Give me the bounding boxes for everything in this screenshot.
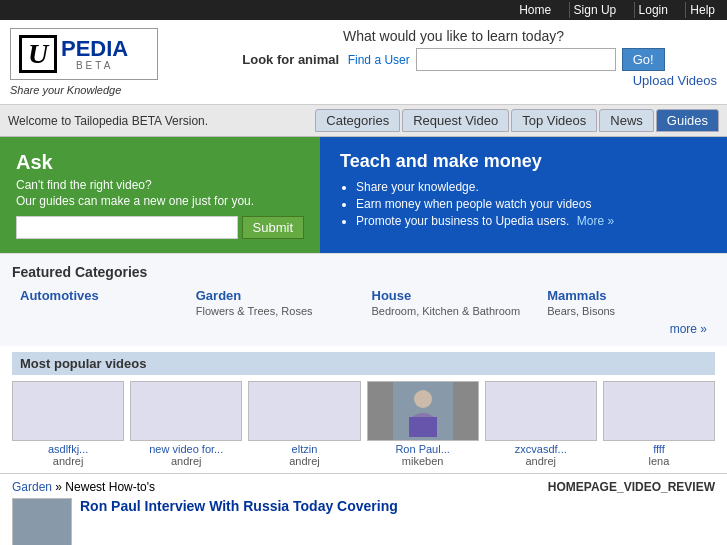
featured-title: Featured Categories bbox=[12, 264, 715, 280]
nav-bar: Welcome to Tailopedia BETA Version. Cate… bbox=[0, 105, 727, 137]
bottom-breadcrumb: Garden » Newest How-to's bbox=[12, 480, 515, 494]
category-house-sub: Bedroom, Kitchen & Bathroom bbox=[372, 305, 532, 317]
video-thumb-4[interactable] bbox=[485, 381, 597, 441]
top-bar: Home Sign Up Login Help bbox=[0, 0, 727, 20]
upload-videos-link[interactable]: Upload Videos bbox=[190, 73, 717, 88]
video-author-4: andrej bbox=[485, 455, 597, 467]
signup-link[interactable]: Sign Up bbox=[569, 2, 621, 18]
featured-more-link[interactable]: more » bbox=[670, 322, 707, 336]
logo-area: U PEDIA BETA Share your Knowledge bbox=[10, 28, 170, 96]
search-go-button[interactable]: Go! bbox=[622, 48, 665, 71]
video-author-3: mikeben bbox=[367, 455, 479, 467]
ask-subtitle: Can't find the right video? bbox=[16, 178, 304, 192]
video-author-0: andrej bbox=[12, 455, 124, 467]
help-link[interactable]: Help bbox=[685, 2, 719, 18]
popular-section: Most popular videos asdlfkj... andrej ne… bbox=[0, 346, 727, 473]
banner-section: Ask Can't find the right video? Our guid… bbox=[0, 137, 727, 253]
video-thumb-1[interactable] bbox=[130, 381, 242, 441]
header-right: What would you like to learn today? Look… bbox=[170, 28, 717, 88]
teach-point-1: Share your knowledge. bbox=[356, 180, 707, 194]
teach-title: Teach and make money bbox=[340, 151, 707, 172]
category-house: House Bedroom, Kitchen & Bathroom bbox=[364, 288, 540, 317]
login-link[interactable]: Login bbox=[634, 2, 672, 18]
more-link-row: more » bbox=[12, 317, 715, 340]
teach-point-2: Earn money when people watch your videos bbox=[356, 197, 707, 211]
breadcrumb-garden-link[interactable]: Garden bbox=[12, 480, 52, 494]
video-item-1: new video for... andrej bbox=[130, 381, 242, 467]
tab-guides[interactable]: Guides bbox=[656, 109, 719, 132]
bottom-strip: Garden » Newest How-to's Ron Paul Interv… bbox=[0, 473, 727, 545]
bottom-right: HOMEPAGE_VIDEO_REVIEW bbox=[515, 480, 715, 494]
video-title-3[interactable]: Ron Paul... bbox=[367, 443, 479, 455]
search-label-text: Look for animal bbox=[242, 52, 339, 67]
ask-input[interactable] bbox=[16, 216, 238, 239]
ron-paul-thumb-svg bbox=[393, 381, 453, 441]
video-title-4[interactable]: zxcvasdf... bbox=[485, 443, 597, 455]
category-mammals-link[interactable]: Mammals bbox=[547, 288, 606, 303]
logo-beta: BETA bbox=[61, 60, 128, 71]
categories-row: Automotives Garden Flowers & Trees, Rose… bbox=[12, 288, 715, 317]
video-author-5: lena bbox=[603, 455, 715, 467]
logo-text: PEDIA BETA bbox=[61, 38, 128, 71]
video-thumb-3[interactable] bbox=[367, 381, 479, 441]
category-automotives-link[interactable]: Automotives bbox=[20, 288, 99, 303]
category-garden-link[interactable]: Garden bbox=[196, 288, 242, 303]
video-thumb-5[interactable] bbox=[603, 381, 715, 441]
ask-title: Ask bbox=[16, 151, 304, 174]
category-house-link[interactable]: House bbox=[372, 288, 412, 303]
search-row: Look for animal Find a User Go! bbox=[190, 48, 717, 71]
ask-box: Ask Can't find the right video? Our guid… bbox=[0, 137, 320, 253]
ask-desc: Our guides can make a new one just for y… bbox=[16, 194, 304, 208]
svg-point-1 bbox=[414, 390, 432, 408]
videos-row: asdlfkj... andrej new video for... andre… bbox=[12, 381, 715, 467]
logo-pedia: PEDIA bbox=[61, 38, 128, 60]
teach-list: Share your knowledge. Earn money when pe… bbox=[340, 180, 707, 228]
video-item-3: Ron Paul... mikeben bbox=[367, 381, 479, 467]
header: U PEDIA BETA Share your Knowledge What w… bbox=[0, 20, 727, 105]
featured-section: Featured Categories Automotives Garden F… bbox=[0, 253, 727, 346]
video-thumb-2[interactable] bbox=[248, 381, 360, 441]
svg-rect-3 bbox=[409, 417, 437, 437]
video-thumb-0[interactable] bbox=[12, 381, 124, 441]
logo-tagline: Share your Knowledge bbox=[10, 84, 170, 96]
tab-news[interactable]: News bbox=[599, 109, 654, 132]
category-garden: Garden Flowers & Trees, Roses bbox=[188, 288, 364, 317]
video-author-2: andrej bbox=[248, 455, 360, 467]
logo-box: U PEDIA BETA bbox=[10, 28, 158, 80]
bottom-left: Garden » Newest How-to's Ron Paul Interv… bbox=[12, 480, 515, 545]
ask-input-row: Submit bbox=[16, 216, 304, 239]
find-user-link[interactable]: Find a User bbox=[348, 53, 410, 67]
teach-more-link[interactable]: More » bbox=[577, 214, 614, 228]
bottom-thumb-preview[interactable] bbox=[12, 498, 72, 545]
teach-box: Teach and make money Share your knowledg… bbox=[320, 137, 727, 253]
search-input[interactable] bbox=[416, 48, 616, 71]
video-item-0: asdlfkj... andrej bbox=[12, 381, 124, 467]
video-author-1: andrej bbox=[130, 455, 242, 467]
search-label: Look for animal Find a User bbox=[242, 52, 409, 67]
video-title-0[interactable]: asdlfkj... bbox=[12, 443, 124, 455]
bottom-article-title[interactable]: Ron Paul Interview With Russia Today Cov… bbox=[80, 498, 398, 514]
video-item-5: ffff lena bbox=[603, 381, 715, 467]
video-item-4: zxcvasdf... andrej bbox=[485, 381, 597, 467]
category-mammals-sub: Bears, Bisons bbox=[547, 305, 707, 317]
popular-header: Most popular videos bbox=[12, 352, 715, 375]
logo-u-letter: U bbox=[19, 35, 57, 73]
category-automotives: Automotives bbox=[12, 288, 188, 317]
tab-request-video[interactable]: Request Video bbox=[402, 109, 509, 132]
tab-top-videos[interactable]: Top Videos bbox=[511, 109, 597, 132]
video-item-2: eltzin andrej bbox=[248, 381, 360, 467]
video-title-2[interactable]: eltzin bbox=[248, 443, 360, 455]
nav-tabs: Categories Request Video Top Videos News… bbox=[315, 109, 719, 132]
video-title-1[interactable]: new video for... bbox=[130, 443, 242, 455]
category-garden-sub: Flowers & Trees, Roses bbox=[196, 305, 356, 317]
breadcrumb-separator: » Newest How-to's bbox=[52, 480, 155, 494]
nav-welcome: Welcome to Tailopedia BETA Version. bbox=[8, 114, 315, 128]
home-link[interactable]: Home bbox=[515, 2, 555, 18]
ask-submit-button[interactable]: Submit bbox=[242, 216, 304, 239]
teach-point-3: Promote your business to Upedia users. M… bbox=[356, 214, 707, 228]
header-question: What would you like to learn today? bbox=[190, 28, 717, 44]
video-title-5[interactable]: ffff bbox=[603, 443, 715, 455]
tab-categories[interactable]: Categories bbox=[315, 109, 400, 132]
category-mammals: Mammals Bears, Bisons bbox=[539, 288, 715, 317]
